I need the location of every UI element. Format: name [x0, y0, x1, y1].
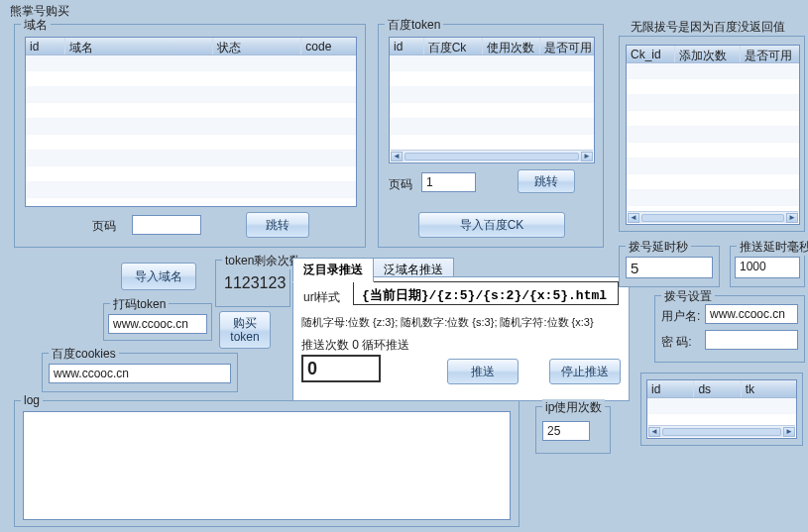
domain-group: 域名 id 域名 状态 code 页码 跳转 [14, 24, 366, 248]
small-col-tk: tk [742, 380, 796, 397]
scroll-right-icon[interactable]: ► [783, 427, 795, 437]
stop-push-button[interactable]: 停止推送 [549, 359, 621, 384]
table-row[interactable] [627, 111, 799, 127]
push-count-label: 推送次数 0 循环推送 [301, 337, 409, 354]
small-table-hscroll[interactable]: ◄ ► [648, 425, 795, 437]
baidu-jump-button[interactable]: 跳转 [518, 169, 575, 193]
ip-usage-label: ip使用次数 [542, 399, 605, 416]
table-row[interactable] [627, 143, 799, 159]
dama-token-group: 打码token www.ccooc.cn [103, 303, 212, 341]
domain-page-input[interactable] [132, 215, 201, 235]
dama-token-input[interactable]: www.ccooc.cn [108, 314, 207, 334]
log-label: log [21, 393, 43, 407]
delay-sec-group: 拨号延时秒 5 [619, 246, 720, 287]
import-domain-button[interactable]: 导入域名 [121, 263, 196, 290]
domain-jump-button[interactable]: 跳转 [246, 212, 309, 238]
push-panel: url样式 {当前日期}/{z:5}/{s:2}/{x:5}.html 随机字母… [292, 276, 630, 401]
ip-usage-input[interactable]: 25 [542, 421, 590, 441]
dial-user-input[interactable]: www.ccooc.cn [705, 304, 798, 324]
push-count-input[interactable]: 0 [301, 355, 381, 382]
scroll-thumb[interactable] [662, 428, 781, 436]
scroll-right-icon[interactable]: ► [581, 152, 593, 161]
table-row[interactable] [627, 174, 799, 190]
domain-page-label: 页码 [92, 218, 116, 235]
table-row[interactable] [26, 135, 356, 151]
url-pattern-label: url样式 [303, 289, 340, 306]
table-row[interactable] [627, 190, 799, 206]
warning-text: 无限拔号是因为百度没返回值 [631, 19, 785, 36]
table-row[interactable] [26, 55, 356, 71]
baidu-col-usable: 是否可用 [540, 38, 594, 54]
table-row[interactable] [26, 182, 356, 198]
baidu-token-group: 百度token id 百度Ck 使用次数 是否可用 ◄ ► 页码 1 跳转 导入… [378, 24, 604, 248]
baidu-col-count: 使用次数 [483, 38, 539, 54]
log-group: log [14, 400, 519, 527]
small-col-id: id [647, 380, 694, 397]
baidu-cookies-label: 百度cookies [49, 346, 119, 363]
table-row[interactable] [390, 71, 594, 87]
table-row[interactable] [26, 87, 356, 103]
table-row[interactable] [647, 398, 796, 414]
table-row[interactable] [627, 63, 799, 79]
table-row[interactable] [26, 119, 356, 135]
table-row[interactable] [26, 103, 356, 119]
baidu-page-label: 页码 [389, 176, 412, 193]
scroll-thumb[interactable] [641, 214, 784, 222]
scroll-left-icon[interactable]: ◄ [391, 152, 403, 161]
dial-settings-label: 拨号设置 [661, 288, 715, 305]
baidu-cookies-group: 百度cookies www.ccooc.cn [42, 353, 238, 392]
table-row[interactable] [26, 166, 356, 182]
scroll-left-icon[interactable]: ◄ [648, 427, 660, 437]
right-col-usable: 是否可用 [741, 46, 799, 62]
dial-user-label: 用户名: [661, 308, 700, 325]
buy-token-button[interactable]: 购买 token [219, 311, 271, 349]
tab-pan-directory[interactable]: 泛目录推送 [292, 258, 374, 282]
baidu-page-input[interactable]: 1 [421, 172, 476, 192]
remaining-token-group: token剩余次数 1123123 [215, 260, 290, 307]
delay-ms-group: 推送延时毫秒 1000 [730, 246, 805, 287]
baidu-col-ck: 百度Ck [424, 38, 483, 54]
table-row[interactable] [390, 103, 594, 119]
dama-token-label: 打码token [110, 296, 169, 313]
url-pattern-input[interactable]: {当前日期}/{z:5}/{s:2}/{x:5}.html [353, 281, 619, 305]
table-row[interactable] [627, 159, 799, 174]
delay-sec-label: 拨号延时秒 [626, 239, 691, 256]
baidu-token-hscroll[interactable]: ◄ ► [391, 150, 593, 161]
url-hint: 随机字母:位数 {z:3}; 随机数字:位数 {s:3}; 随机字符:位数 {x… [301, 315, 594, 330]
push-button[interactable]: 推送 [447, 359, 519, 384]
baidu-cookies-input[interactable]: www.ccooc.cn [49, 364, 231, 383]
scroll-right-icon[interactable]: ► [786, 213, 798, 223]
delay-ms-input[interactable]: 1000 [735, 257, 800, 278]
table-row[interactable] [26, 151, 356, 166]
right-table-hscroll[interactable]: ◄ ► [628, 211, 798, 223]
dial-pass-input[interactable] [705, 330, 798, 350]
remaining-token-value: 1123123 [224, 274, 286, 292]
domain-group-label: 域名 [21, 17, 51, 34]
baidu-token-label: 百度token [385, 17, 443, 34]
import-baidu-ck-button[interactable]: 导入百度CK [418, 212, 565, 238]
table-row[interactable] [627, 79, 799, 95]
domain-col-id: id [26, 38, 65, 54]
right-table-group: Ck_id 添加次数 是否可用 ◄ ► [619, 36, 805, 232]
table-row[interactable] [390, 135, 594, 151]
small-table-group: id ds tk ◄ ► [640, 372, 803, 446]
small-col-ds: ds [694, 380, 741, 397]
dial-settings-group: 拨号设置 用户名: www.ccooc.cn 密 码: [654, 295, 805, 363]
delay-ms-label: 推送延时毫秒 [737, 239, 808, 256]
table-row[interactable] [627, 127, 799, 143]
table-row[interactable] [627, 95, 799, 111]
scroll-thumb[interactable] [404, 153, 579, 160]
scroll-left-icon[interactable]: ◄ [628, 213, 639, 223]
domain-col-name: 域名 [65, 38, 213, 54]
domain-table[interactable]: id 域名 状态 code [25, 37, 357, 207]
table-row[interactable] [26, 71, 356, 87]
small-table[interactable]: id ds tk ◄ ► [646, 379, 797, 439]
table-row[interactable] [390, 119, 594, 135]
log-textarea[interactable] [23, 411, 511, 520]
table-row[interactable] [390, 55, 594, 71]
baidu-token-table[interactable]: id 百度Ck 使用次数 是否可用 ◄ ► [389, 37, 595, 163]
delay-sec-input[interactable]: 5 [626, 257, 713, 278]
right-col-add: 添加次数 [675, 46, 740, 62]
right-table[interactable]: Ck_id 添加次数 是否可用 ◄ ► [626, 45, 800, 225]
table-row[interactable] [390, 87, 594, 103]
